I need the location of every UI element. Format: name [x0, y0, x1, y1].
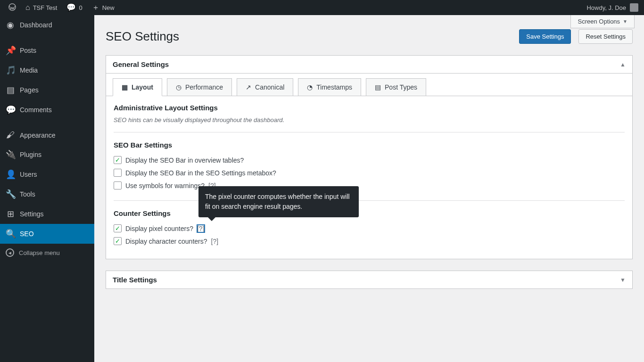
checkbox-label: Display character counters? [125, 238, 207, 245]
comment-icon: 💬 [66, 4, 76, 11]
sidebar-item-users[interactable]: 👤Users [0, 165, 94, 184]
tabs-nav: ▦Layout◷Performance↗Canonical◔Timestamps… [106, 74, 632, 96]
plugin-icon: 🔌 [6, 149, 15, 160]
tooltip: The pixel counter computes whether the i… [198, 186, 359, 217]
site-name-link[interactable]: ⌂TSF Test [21, 0, 62, 15]
tab-performance[interactable]: ◷Performance [167, 78, 232, 96]
title-settings-title: Title Settings [113, 276, 620, 284]
comments-link[interactable]: 💬0 [62, 0, 87, 15]
general-settings-title: General Settings [113, 60, 620, 68]
collapse-menu[interactable]: ◄ Collapse menu [0, 244, 94, 262]
checkbox-label: Display pixel counters? [125, 225, 193, 232]
expand-icon[interactable]: ▼ [620, 277, 626, 283]
comment-icon: 💬 [6, 105, 15, 115]
save-button[interactable]: Save Settings [519, 29, 571, 44]
collapse-icon[interactable]: ▲ [620, 61, 626, 68]
tab-label: Performance [185, 83, 223, 91]
checkbox[interactable]: ✓ [114, 156, 122, 164]
sliders-icon: ⊞ [6, 209, 15, 219]
sidebar-item-pages[interactable]: ▤Pages [0, 80, 94, 100]
tab-icon: ▦ [122, 83, 128, 91]
checkbox[interactable] [114, 181, 122, 189]
sidebar-item-label: Tools [20, 190, 35, 198]
plus-icon: ＋ [92, 4, 99, 11]
user-menu[interactable]: Howdy, J. Doe [586, 3, 640, 12]
title-settings-header[interactable]: Title Settings ▼ [106, 271, 632, 288]
admin-bar: ⌂TSF Test 💬0 ＋New Howdy, J. Doe [0, 0, 644, 15]
sidebar-item-posts[interactable]: 📌Posts [0, 41, 94, 60]
tab-canonical[interactable]: ↗Canonical [237, 78, 293, 96]
checkbox[interactable]: ✓ [114, 237, 122, 245]
sidebar-item-label: Settings [20, 210, 44, 218]
brush-icon: 🖌 [6, 130, 15, 140]
checkbox[interactable] [114, 169, 122, 177]
tab-icon: ◷ [176, 83, 182, 91]
sidebar-item-label: Plugins [20, 151, 41, 158]
site-name: TSF Test [33, 4, 58, 11]
checkbox-row: ✓Display the SEO Bar in overview tables? [114, 154, 625, 166]
checkbox-label: Display the SEO Bar in overview tables? [125, 156, 244, 164]
tab-label: Timestamps [316, 83, 352, 91]
checkbox-label: Use symbols for warnings? [125, 182, 205, 189]
sidebar-item-label: Users [20, 171, 37, 178]
sidebar-item-label: SEO [20, 230, 34, 238]
wp-logo[interactable] [4, 0, 21, 15]
screen-options-toggle[interactable]: Screen Options ▼ [570, 15, 635, 28]
main-content: Screen Options ▼ SEO Settings Save Setti… [94, 15, 644, 362]
pin-icon: 📌 [6, 45, 15, 56]
page-title: SEO Settings [106, 29, 512, 44]
admin-layout-desc: SEO hints can be visually displayed thro… [114, 116, 625, 123]
sidebar-item-tools[interactable]: 🔧Tools [0, 184, 94, 204]
sidebar-item-label: Comments [20, 106, 52, 114]
tab-timestamps[interactable]: ◔Timestamps [298, 78, 361, 96]
sidebar-item-label: Pages [20, 86, 39, 94]
home-icon: ⌂ [25, 4, 30, 11]
checkbox[interactable]: ✓ [114, 224, 122, 232]
sidebar-item-comments[interactable]: 💬Comments [0, 100, 94, 120]
dashboard-icon: ◉ [6, 20, 15, 30]
general-settings-header[interactable]: General Settings ▲ [106, 56, 632, 74]
tab-label: Post Types [385, 83, 417, 91]
sidebar-item-media[interactable]: 🎵Media [0, 60, 94, 80]
tab-post-types[interactable]: ▤Post Types [366, 78, 426, 96]
admin-sidebar: ◉Dashboard📌Posts🎵Media▤Pages💬Comments🖌Ap… [0, 15, 94, 362]
tab-icon: ↗ [246, 83, 251, 91]
sidebar-item-label: Media [20, 66, 38, 74]
counter-title: Counter Settings [114, 209, 625, 217]
checkbox-label: Display the SEO Bar in the SEO Settings … [125, 169, 276, 177]
sidebar-item-dashboard[interactable]: ◉Dashboard [0, 15, 94, 35]
sidebar-item-label: Dashboard [20, 21, 52, 29]
sidebar-item-settings[interactable]: ⊞Settings [0, 204, 94, 224]
reset-button[interactable]: Reset Settings [578, 29, 633, 44]
screen-options-label: Screen Options [578, 18, 620, 25]
howdy-text: Howdy, J. Doe [586, 4, 626, 11]
collapse-icon: ◄ [6, 248, 14, 257]
sidebar-item-label: Posts [20, 47, 36, 54]
collapse-label: Collapse menu [19, 249, 60, 256]
tab-label: Layout [132, 83, 153, 91]
help-icon[interactable]: [?] [197, 225, 205, 232]
avatar [630, 3, 638, 12]
admin-layout-title: Administrative Layout Settings [114, 104, 625, 112]
wrench-icon: 🔧 [6, 189, 15, 199]
checkbox-row: ✓Display pixel counters? [?] [114, 222, 625, 235]
new-label: New [102, 4, 115, 11]
comments-count: 0 [79, 4, 82, 11]
checkbox-row: Use symbols for warnings? [?] [114, 179, 625, 192]
tab-label: Canonical [255, 83, 284, 91]
sidebar-item-label: Appearance [20, 132, 56, 139]
checkbox-row: ✓Display character counters? [?] [114, 235, 625, 247]
tab-layout[interactable]: ▦Layout [113, 78, 162, 96]
page-icon: ▤ [6, 85, 15, 95]
search-icon: 🔍 [6, 229, 15, 239]
help-icon[interactable]: [?] [211, 238, 219, 245]
checkbox-row: Display the SEO Bar in the SEO Settings … [114, 166, 625, 179]
media-icon: 🎵 [6, 65, 15, 75]
sidebar-item-seo[interactable]: 🔍SEO [0, 224, 94, 244]
sidebar-item-appearance[interactable]: 🖌Appearance [0, 125, 94, 145]
general-settings-box: General Settings ▲ ▦Layout◷Performance↗C… [106, 55, 633, 259]
tab-icon: ▤ [375, 83, 381, 91]
new-content-link[interactable]: ＋New [87, 0, 119, 15]
sidebar-item-plugins[interactable]: 🔌Plugins [0, 145, 94, 165]
tab-icon: ◔ [307, 83, 313, 91]
